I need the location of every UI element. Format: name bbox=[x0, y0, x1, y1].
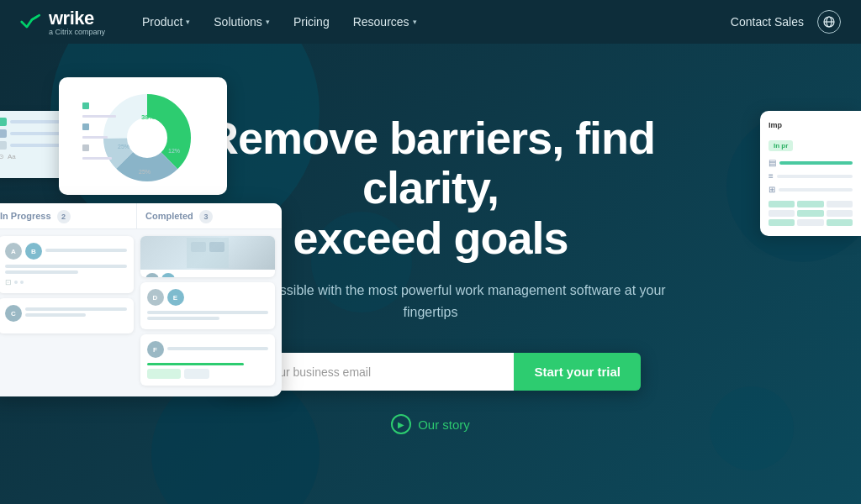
avatar: F bbox=[147, 341, 164, 358]
svg-text:25%: 25% bbox=[139, 169, 151, 175]
contact-sales-link[interactable]: Contact Sales bbox=[731, 15, 804, 29]
avatar: E bbox=[167, 289, 184, 306]
nav-links: Product ▾ Solutions ▾ Pricing Resources … bbox=[132, 10, 731, 34]
chevron-down-icon: ▾ bbox=[413, 18, 417, 26]
in-progress-lane: A B ⊡ bbox=[0, 236, 134, 386]
nav-right: Contact Sales bbox=[731, 10, 841, 34]
avatar: A bbox=[5, 243, 22, 260]
grid-cell bbox=[827, 210, 853, 217]
svg-rect-15 bbox=[82, 136, 108, 139]
svg-rect-12 bbox=[82, 102, 89, 109]
kanban-col-inprogress: In Progress 2 bbox=[0, 203, 137, 228]
kanban-item: F bbox=[140, 334, 276, 386]
panel-row: ≡ bbox=[769, 171, 853, 181]
panel-row: ⊞ bbox=[769, 185, 853, 194]
kanban-item: A B ⊡ bbox=[0, 236, 134, 293]
panel-grid bbox=[769, 201, 853, 226]
svg-rect-19 bbox=[191, 242, 206, 252]
language-selector[interactable] bbox=[817, 10, 841, 34]
svg-rect-13 bbox=[82, 115, 116, 118]
start-trial-button[interactable]: Start your trial bbox=[514, 353, 641, 391]
avatar: D bbox=[147, 289, 164, 306]
nav-item-resources[interactable]: Resources ▾ bbox=[343, 10, 427, 34]
svg-rect-16 bbox=[82, 144, 89, 151]
panel-title: Imp bbox=[769, 121, 853, 129]
grid-cell bbox=[827, 219, 853, 226]
navbar: wrike a Citrix company Product ▾ Solutio… bbox=[0, 0, 861, 44]
nav-item-product[interactable]: Product ▾ bbox=[132, 10, 200, 34]
kanban-header: In Progress 2 Completed 3 bbox=[0, 203, 282, 229]
logo[interactable]: wrike a Citrix company bbox=[20, 8, 105, 36]
nav-item-solutions[interactable]: Solutions ▾ bbox=[203, 10, 280, 34]
grid-cell bbox=[769, 210, 795, 217]
list-icon: ≡ bbox=[769, 171, 774, 181]
svg-text:12%: 12% bbox=[168, 148, 180, 154]
nav-item-pricing[interactable]: Pricing bbox=[283, 10, 340, 34]
svg-rect-14 bbox=[82, 123, 89, 130]
deco-circle-5 bbox=[710, 386, 794, 470]
grid-cell bbox=[797, 210, 823, 217]
chart-card: 38% 25% 12% 25% bbox=[59, 77, 227, 195]
avatar: C bbox=[5, 305, 22, 322]
svg-rect-20 bbox=[209, 242, 224, 252]
grid-cell bbox=[797, 219, 823, 226]
task-icon: ⊡ bbox=[5, 278, 12, 286]
grid-cell bbox=[797, 201, 823, 207]
chevron-down-icon: ▾ bbox=[266, 18, 270, 26]
right-ui-panel: Imp In pr ▤ ≡ ⊞ bbox=[760, 111, 861, 236]
completed-lane: D E F bbox=[140, 236, 276, 386]
chevron-down-icon: ▾ bbox=[186, 18, 190, 26]
svg-text:38%: 38% bbox=[141, 113, 155, 121]
kanban-col-completed: Completed 3 bbox=[137, 203, 282, 228]
kanban-board: In Progress 2 Completed 3 A B bbox=[0, 203, 282, 396]
avatar: B bbox=[25, 243, 42, 260]
email-form: Start your trial bbox=[220, 353, 641, 391]
panel-row: ▤ bbox=[769, 158, 853, 167]
status-badge: In pr bbox=[769, 140, 793, 151]
hero-section: ⊙ Aa 38% 25% 12% 25% bbox=[0, 44, 861, 504]
kanban-item-image bbox=[140, 236, 276, 277]
kanban-item: D E bbox=[140, 282, 276, 329]
grid-cell bbox=[827, 201, 853, 207]
grid-cell bbox=[769, 201, 795, 207]
logo-wordmark: wrike bbox=[49, 8, 105, 29]
svg-point-7 bbox=[129, 119, 166, 156]
avatar bbox=[145, 273, 159, 277]
task-image bbox=[140, 236, 276, 270]
svg-text:25%: 25% bbox=[118, 144, 129, 150]
our-story-link[interactable]: ▶ Our story bbox=[187, 414, 674, 434]
calendar-icon: ▤ bbox=[769, 158, 776, 167]
svg-rect-17 bbox=[82, 157, 112, 160]
grid-icon: ⊞ bbox=[769, 185, 775, 194]
grid-cell bbox=[769, 219, 795, 226]
kanban-item: C bbox=[0, 298, 134, 333]
logo-subtitle: a Citrix company bbox=[49, 28, 105, 36]
avatar bbox=[161, 273, 175, 277]
style-card: ⊙ Aa bbox=[0, 111, 67, 178]
kanban-body: A B ⊡ bbox=[0, 229, 282, 392]
play-icon: ▶ bbox=[391, 414, 411, 434]
